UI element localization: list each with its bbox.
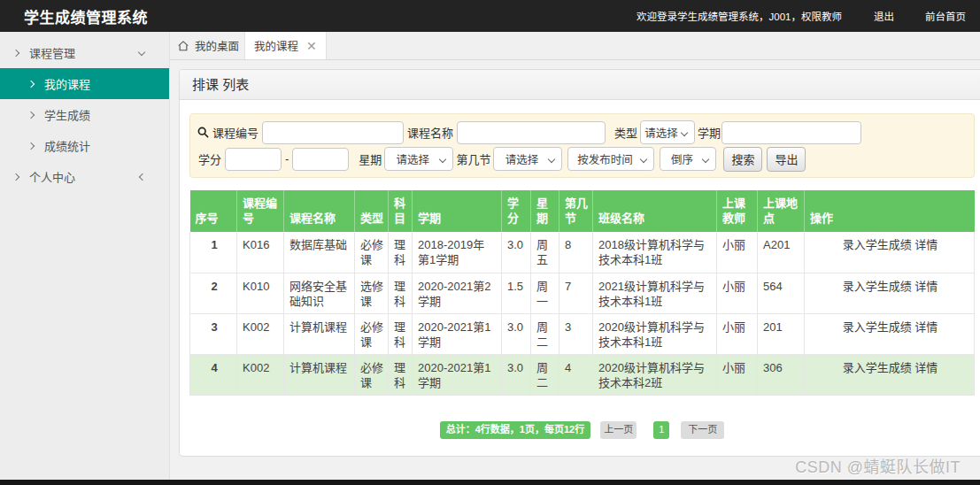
home-icon <box>177 40 189 52</box>
course-name-input[interactable] <box>457 121 606 144</box>
sort-dir-select[interactable]: 倒序 <box>660 147 716 171</box>
enter-scores-link[interactable]: 录入学生成绩 <box>843 238 912 251</box>
pagination-summary: 总计：4行数据，1页，每页12行 <box>440 421 590 439</box>
tab-my-courses[interactable]: 我的课程 ✕ <box>244 32 327 59</box>
main-area: 我的桌面 我的课程 ✕ 排课 列表 课程编号 课程名称 <box>170 32 980 485</box>
cell-teacher: 小丽 <box>717 273 758 313</box>
sidebar-item-student-scores[interactable]: 学生成绩 <box>0 99 169 130</box>
export-button[interactable]: 导出 <box>767 147 806 172</box>
tab-my-desktop[interactable]: 我的桌面 <box>170 32 244 59</box>
logout-link[interactable]: 退出 <box>874 9 894 23</box>
course-no-input[interactable] <box>262 121 404 144</box>
course-schedule-table: 序号 课程编号 课程名称 类型 科目 学期 学分 星期 第几节 班级名称 上课教… <box>189 190 975 396</box>
sidebar-item-label: 我的课程 <box>44 75 90 92</box>
welcome-text: 欢迎登录学生成绩管理系统，J001，权限教师 <box>637 9 842 23</box>
column-header-subject: 科目 <box>389 190 413 232</box>
cell-term: 2018-2019年第1学期 <box>413 232 502 273</box>
details-link[interactable]: 详情 <box>914 238 938 251</box>
credit-max-input[interactable] <box>292 148 349 171</box>
enter-scores-link[interactable]: 录入学生成绩 <box>843 361 912 374</box>
sidebar-item-course-management[interactable]: 课程管理 <box>0 37 169 68</box>
cell-operation: 录入学生成绩 详情 <box>805 232 975 273</box>
cell-section: 4 <box>559 354 593 395</box>
chevron-down-icon <box>641 157 647 163</box>
cell-credit: 3.0 <box>502 313 531 354</box>
current-page-button[interactable]: 1 <box>653 421 669 439</box>
enter-scores-link[interactable]: 录入学生成绩 <box>843 280 912 293</box>
cell-subject: 理科 <box>389 313 413 354</box>
column-header-credit: 学分 <box>502 190 531 232</box>
cell-course-name: 计算机课程 <box>284 354 355 395</box>
tab-label: 我的课程 <box>254 37 298 54</box>
column-header-course-no: 课程编号 <box>237 190 284 232</box>
cell-subject: 理科 <box>389 273 413 313</box>
table-body: 1 K016 数据库基础 必修课 理科 2018-2019年第1学期 3.0 周… <box>190 232 975 395</box>
type-select[interactable]: 请选择 <box>640 120 695 144</box>
column-header-location: 上课地点 <box>758 190 805 232</box>
bottom-bar <box>0 480 980 485</box>
next-page-button[interactable]: 下一页 <box>681 421 724 439</box>
details-link[interactable]: 详情 <box>914 361 938 374</box>
credit-min-input[interactable] <box>225 148 282 171</box>
cell-week: 周五 <box>531 232 559 273</box>
chevron-down-icon <box>440 157 446 163</box>
panel-body: 课程编号 课程名称 类型 请选择 学期 学分 - <box>180 100 980 439</box>
topbar: 学生成绩管理系统 欢迎登录学生成绩管理系统，J001，权限教师 退出 前台首页 <box>0 0 980 32</box>
column-header-term: 学期 <box>413 190 502 232</box>
search-toolbar: 课程编号 课程名称 类型 请选择 学期 学分 - <box>189 113 975 178</box>
tabbar: 我的桌面 我的课程 ✕ <box>170 32 980 60</box>
cell-week: 周二 <box>531 354 559 395</box>
section-select[interactable]: 请选择 <box>493 147 562 171</box>
section-label: 第几节 <box>456 150 490 167</box>
credit-range-separator: - <box>285 152 289 166</box>
term-input[interactable] <box>721 121 861 144</box>
sidebar-item-score-statistics[interactable]: 成绩统计 <box>0 130 169 161</box>
cell-seq: 2 <box>190 273 237 313</box>
front-page-link[interactable]: 前台首页 <box>925 9 966 23</box>
term-label: 学期 <box>698 124 721 141</box>
close-icon[interactable]: ✕ <box>306 40 317 52</box>
table-row: 2 K010 网络安全基础知识 选修课 理科 2020-2021第2学期 1.5… <box>190 273 975 313</box>
details-link[interactable]: 详情 <box>914 320 938 334</box>
credit-label: 学分 <box>198 150 221 167</box>
prev-page-button[interactable]: 上一页 <box>600 421 637 439</box>
sidebar-item-personal-center[interactable]: 个人中心 <box>0 161 169 192</box>
cell-course-no: K002 <box>237 354 284 395</box>
sort-field-select-value: 按发布时间 <box>577 150 633 167</box>
cell-type: 选修课 <box>355 273 389 313</box>
week-select[interactable]: 请选择 <box>384 147 453 171</box>
sort-field-select[interactable]: 按发布时间 <box>567 147 654 171</box>
cell-course-name: 网络安全基础知识 <box>284 273 355 313</box>
column-header-week: 星期 <box>531 190 559 232</box>
cell-type: 必修课 <box>355 313 389 354</box>
column-header-seq: 序号 <box>190 190 237 232</box>
tab-label: 我的桌面 <box>195 37 239 54</box>
app-title: 学生成绩管理系统 <box>24 5 148 27</box>
enter-scores-link[interactable]: 录入学生成绩 <box>843 320 912 334</box>
table-header: 序号 课程编号 课程名称 类型 科目 学期 学分 星期 第几节 班级名称 上课教… <box>190 190 975 232</box>
pagination: 总计：4行数据，1页，每页12行 上一页 1 下一页 <box>189 421 975 439</box>
cell-week: 周二 <box>531 313 559 354</box>
type-label: 类型 <box>614 124 637 141</box>
chevron-right-icon <box>27 81 35 88</box>
column-header-type: 类型 <box>355 190 389 232</box>
cell-teacher: 小丽 <box>717 354 758 395</box>
cell-location: 306 <box>758 354 805 395</box>
details-link[interactable]: 详情 <box>914 280 938 293</box>
cell-course-name: 数据库基础 <box>284 232 355 273</box>
cell-location: 564 <box>758 273 805 313</box>
topbar-right: 欢迎登录学生成绩管理系统，J001，权限教师 退出 前台首页 <box>637 9 966 23</box>
chevron-down-icon <box>138 50 145 57</box>
column-header-class-name: 班级名称 <box>593 190 717 232</box>
cell-course-no: K016 <box>237 232 284 273</box>
sidebar-item-label: 学生成绩 <box>44 106 90 123</box>
cell-course-no: K010 <box>237 273 284 313</box>
table-row: 3 K002 计算机课程 必修课 理科 2020-2021第1学期 3.0 周二… <box>190 313 975 354</box>
cell-course-name: 计算机课程 <box>284 313 355 354</box>
search-button[interactable]: 搜索 <box>723 147 762 172</box>
type-select-value: 请选择 <box>644 124 678 141</box>
sidebar: 课程管理 我的课程 学生成绩 成绩统计 个人中心 <box>0 32 170 485</box>
cell-operation: 录入学生成绩 详情 <box>805 313 975 354</box>
sidebar-item-my-courses[interactable]: 我的课程 <box>0 68 169 99</box>
column-header-teacher: 上课教师 <box>717 190 758 232</box>
